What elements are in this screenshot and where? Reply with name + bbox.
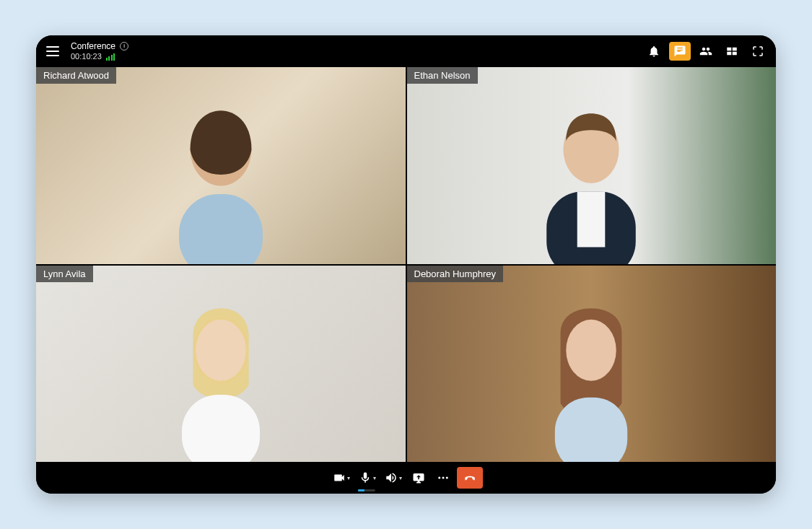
participant-video bbox=[119, 294, 322, 462]
call-timer: 00:10:23 bbox=[71, 52, 102, 61]
participants-button[interactable] bbox=[695, 42, 717, 61]
microphone-button[interactable]: ▾ bbox=[356, 467, 379, 489]
camera-button[interactable]: ▾ bbox=[330, 467, 353, 489]
info-icon[interactable]: i bbox=[120, 42, 128, 51]
participant-video bbox=[490, 294, 693, 462]
video-tile[interactable]: Ethan Nelson bbox=[407, 67, 777, 264]
chat-button[interactable] bbox=[669, 42, 691, 61]
title-block: Conference i 00:10:23 bbox=[71, 41, 128, 62]
menu-button[interactable] bbox=[43, 41, 64, 61]
participant-video bbox=[490, 97, 693, 264]
svg-point-6 bbox=[196, 320, 245, 381]
chevron-down-icon: ▾ bbox=[347, 475, 350, 481]
conference-title: Conference bbox=[71, 41, 115, 51]
svg-point-8 bbox=[567, 320, 616, 381]
svg-point-12 bbox=[445, 477, 448, 479]
svg-rect-1 bbox=[179, 194, 263, 264]
notifications-button[interactable] bbox=[643, 42, 665, 61]
video-tile[interactable]: Richard Atwood bbox=[36, 67, 406, 264]
video-tile[interactable]: Lynn Avila bbox=[36, 266, 406, 463]
mic-level-indicator bbox=[357, 489, 375, 491]
video-tile[interactable]: Deborah Humphrey bbox=[407, 266, 777, 463]
video-grid: Richard Atwood Ethan Nelson Lynn Avila D… bbox=[36, 67, 776, 462]
app-window: Conference i 00:10:23 bbox=[36, 35, 776, 494]
fullscreen-button[interactable] bbox=[747, 42, 769, 61]
chevron-down-icon: ▾ bbox=[399, 475, 402, 481]
participant-name: Richard Atwood bbox=[36, 67, 116, 84]
participant-name: Lynn Avila bbox=[36, 266, 93, 282]
svg-rect-7 bbox=[182, 395, 260, 462]
svg-point-10 bbox=[438, 477, 440, 479]
participant-name: Ethan Nelson bbox=[407, 67, 478, 84]
participant-name: Deborah Humphrey bbox=[407, 266, 503, 282]
hangup-button[interactable] bbox=[457, 467, 483, 489]
top-bar: Conference i 00:10:23 bbox=[36, 35, 776, 67]
layout-button[interactable] bbox=[721, 42, 743, 61]
chevron-down-icon: ▾ bbox=[373, 475, 376, 481]
svg-point-11 bbox=[442, 477, 444, 479]
svg-rect-9 bbox=[555, 398, 627, 462]
control-bar: ▾ ▾ ▾ bbox=[36, 462, 776, 494]
signal-icon bbox=[106, 53, 115, 61]
more-options-button[interactable] bbox=[432, 467, 454, 489]
svg-rect-4 bbox=[577, 191, 606, 247]
speaker-button[interactable]: ▾ bbox=[382, 467, 405, 489]
participant-video bbox=[119, 97, 322, 264]
top-actions bbox=[643, 42, 769, 61]
share-screen-button[interactable] bbox=[408, 467, 429, 489]
